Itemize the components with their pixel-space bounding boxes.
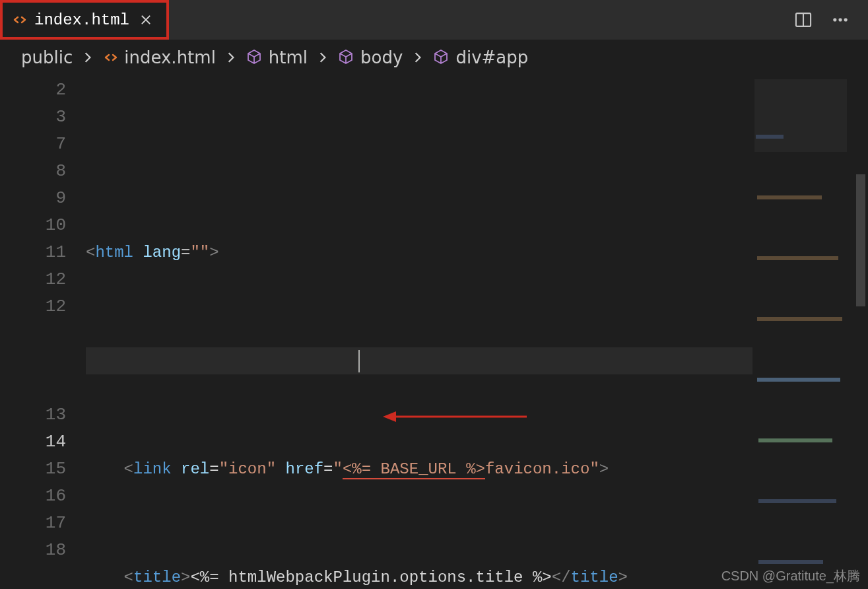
tab-label: index.html [34, 11, 129, 29]
text-cursor [358, 350, 360, 372]
line-number: 17 [0, 510, 66, 537]
close-icon[interactable] [139, 13, 153, 27]
breadcrumb-label: html [269, 48, 308, 67]
svg-marker-6 [383, 411, 396, 422]
chevron-right-icon [317, 52, 329, 63]
vertical-scrollbar[interactable] [855, 75, 867, 589]
scrollbar-thumb[interactable] [856, 174, 865, 306]
tabbar-actions [794, 0, 868, 40]
code-area[interactable]: <html lang=""> <head> <link rel="icon" h… [86, 75, 868, 589]
line-number: 3 [0, 104, 66, 131]
line-number: 13 [0, 401, 66, 429]
line-number: 16 [0, 483, 66, 510]
line-number: 12 [0, 266, 66, 293]
line-number: 10 [0, 212, 66, 239]
breadcrumb-label: div#app [455, 48, 528, 67]
file-code-icon [103, 50, 119, 65]
breadcrumb: public index.html html body [0, 40, 868, 75]
watermark: CSDN @Gratitute_林腾 [721, 567, 860, 585]
more-icon[interactable] [831, 11, 850, 29]
breadcrumb-label: body [360, 48, 403, 67]
line-number-wrapped: 12 [0, 293, 66, 401]
line-number: 15 [0, 456, 66, 483]
split-editor-icon[interactable] [794, 11, 813, 29]
line-number: 2 [0, 77, 66, 104]
line-number-current: 14 [0, 429, 66, 456]
line-number: 18 [0, 537, 66, 564]
line-number-gutter: 2 3 7 8 9 10 11 12 12 13 14 15 16 17 18 [0, 75, 86, 589]
breadcrumb-label: public [21, 48, 73, 67]
svg-point-3 [838, 18, 842, 21]
cube-icon [338, 49, 355, 66]
breadcrumb-item-html[interactable]: html [246, 48, 308, 67]
chevron-right-icon [82, 52, 94, 63]
breadcrumb-label: index.html [124, 48, 216, 67]
breadcrumb-item-file[interactable]: index.html [103, 48, 216, 67]
editor[interactable]: 2 3 7 8 9 10 11 12 12 13 14 15 16 17 18 … [0, 75, 868, 589]
tabbar-spacer [169, 0, 794, 40]
line-number: 11 [0, 239, 66, 266]
file-code-icon [12, 12, 28, 28]
cube-icon [246, 49, 263, 66]
chevron-right-icon [412, 52, 424, 63]
svg-point-4 [844, 18, 848, 21]
chevron-right-icon [225, 52, 237, 63]
tab-bar: index.html [0, 0, 868, 40]
line-number: 7 [0, 131, 66, 158]
breadcrumb-item-public[interactable]: public [21, 48, 73, 67]
cube-icon [433, 49, 450, 66]
line-number: 9 [0, 185, 66, 212]
minimap[interactable] [754, 79, 847, 152]
annotation-arrow-icon [383, 355, 528, 478]
code-line: <html lang=""> [86, 239, 868, 266]
breadcrumb-item-divapp[interactable]: div#app [433, 48, 528, 67]
svg-point-2 [833, 18, 836, 21]
tab-index-html[interactable]: index.html [0, 0, 169, 40]
breadcrumb-item-body[interactable]: body [338, 48, 403, 67]
line-number: 8 [0, 158, 66, 185]
